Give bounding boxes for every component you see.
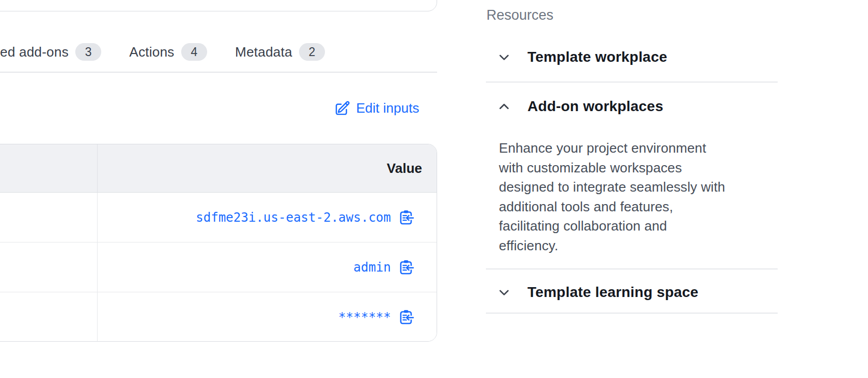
table-value-cell: ******* (98, 292, 437, 342)
description-line: efficiency. (499, 236, 769, 256)
inputs-table: Value sdfme23i.us-east-2.aws.com admin *… (0, 144, 437, 342)
value-link[interactable]: admin (354, 260, 391, 275)
tab-installed-add-ons[interactable]: ed add-ons 3 (0, 43, 101, 61)
tab-label: Metadata (235, 44, 292, 60)
table-header-key-cell (0, 144, 98, 192)
previous-card-bottom-edge (0, 0, 437, 11)
copy-icon[interactable] (399, 210, 414, 225)
chevron-down-icon (496, 49, 512, 65)
tab-metadata[interactable]: Metadata 2 (235, 43, 325, 61)
tab-bar: ed add-ons 3 Actions 4 Metadata 2 (0, 40, 325, 63)
tab-bar-divider (0, 72, 437, 73)
table-key-cell (0, 292, 98, 342)
table-header-value-cell: Value (98, 144, 437, 192)
accordion-template-learning-space[interactable]: Template learning space (496, 281, 698, 304)
add-on-workplaces-description: Enhance your project environment with cu… (499, 139, 769, 255)
value-link[interactable]: ******* (338, 310, 391, 325)
accordion-title: Template workplace (527, 49, 667, 65)
tab-count-badge: 2 (299, 43, 325, 61)
accordion-title: Add-on workplaces (527, 98, 663, 115)
tab-label: ed add-ons (0, 44, 69, 60)
description-line: Enhance your project environment (499, 139, 769, 158)
table-value-cell: sdfme23i.us-east-2.aws.com (98, 193, 437, 242)
description-line: facilitating collaboration and (499, 217, 769, 236)
edit-icon (334, 100, 350, 116)
table-row: admin (0, 242, 437, 292)
table-row: sdfme23i.us-east-2.aws.com (0, 193, 437, 242)
accordion-title: Template learning space (527, 284, 698, 301)
copy-icon[interactable] (399, 309, 414, 325)
edit-inputs-label: Edit inputs (356, 100, 419, 116)
table-key-cell (0, 193, 98, 242)
divider (486, 268, 778, 269)
chevron-up-icon (496, 99, 512, 114)
tab-label: Actions (129, 44, 174, 60)
description-line: additional tools and features, (499, 197, 769, 217)
resources-panel: Resources Template workplace Add-on work… (486, 0, 778, 378)
accordion-template-workplace[interactable]: Template workplace (496, 46, 667, 69)
value-link[interactable]: sdfme23i.us-east-2.aws.com (196, 210, 391, 225)
table-header-row: Value (0, 144, 437, 193)
tab-count-badge: 4 (181, 43, 207, 61)
tab-actions[interactable]: Actions 4 (129, 43, 207, 61)
divider (486, 82, 778, 83)
table-key-cell (0, 242, 98, 292)
table-value-cell: admin (98, 242, 437, 292)
table-row: ******* (0, 292, 437, 342)
edit-inputs-button[interactable]: Edit inputs (334, 98, 419, 118)
accordion-add-on-workplaces[interactable]: Add-on workplaces (496, 95, 663, 118)
copy-icon[interactable] (399, 260, 414, 275)
resources-panel-title: Resources (486, 7, 553, 23)
chevron-down-icon (496, 285, 512, 300)
description-line: designed to integrate seamlessly with (499, 178, 769, 197)
divider (486, 313, 778, 314)
description-line: with customizable workspaces (499, 158, 769, 178)
tab-count-badge: 3 (75, 43, 101, 61)
